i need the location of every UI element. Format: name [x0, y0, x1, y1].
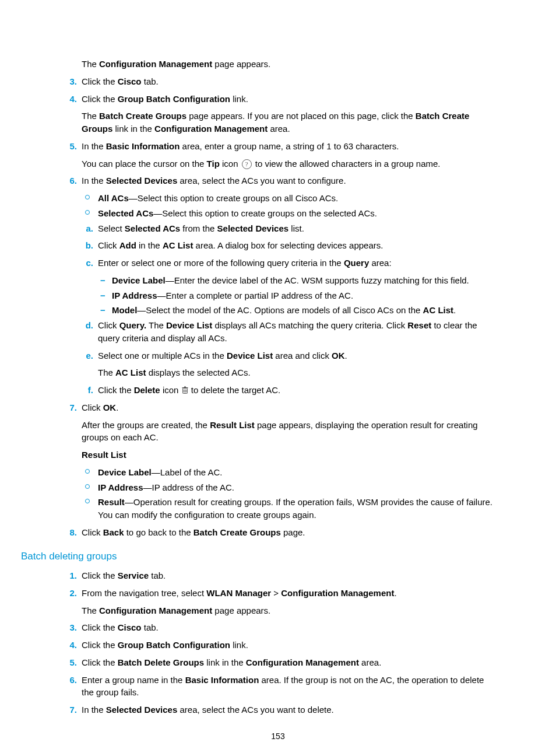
alpha-para: The AC List displays the selected ACs. — [98, 366, 493, 379]
alpha-b: b. Click Add in the AC List area. A dial… — [82, 239, 493, 252]
step-text: Click the Group Batch Configuration link… — [82, 93, 493, 106]
step-para: After the groups are created, the Result… — [82, 419, 493, 444]
continuation-text: The Configuration Management page appear… — [82, 58, 493, 71]
dash-item: −Device Label—Enter the device label of … — [98, 274, 493, 287]
dash-icon: − — [100, 304, 105, 317]
alpha-text: Click Query. The Device List displays al… — [98, 319, 493, 345]
dash-icon: − — [100, 289, 105, 302]
step-para: The Batch Create Groups page appears. If… — [82, 110, 493, 135]
alpha-d: d. Click Query. The Device List displays… — [82, 319, 493, 345]
circle-bullet-icon — [85, 484, 90, 489]
step-text: In the Basic Information area, enter a g… — [82, 140, 493, 153]
step-5: 5.Click the Batch Delete Groups link in … — [63, 656, 493, 669]
step-text: Click the Group Batch Configuration link… — [82, 639, 493, 652]
alpha-marker: f. — [82, 384, 93, 397]
page-content: The Configuration Management page appear… — [0, 0, 556, 756]
svg-rect-5 — [184, 387, 186, 388]
step-marker: 5. — [63, 140, 77, 153]
step-marker: 5. — [63, 656, 77, 669]
step-para: You can place the cursor on the Tip icon… — [82, 158, 493, 170]
dash-item: −IP Address—Enter a complete or partial … — [98, 289, 493, 302]
alpha-list: a. Select Selected ACs from the Selected… — [82, 222, 493, 397]
step-3: 3.Click the Cisco tab. — [63, 621, 493, 634]
step-3: 3. Click the Cisco tab. — [63, 75, 493, 88]
step-marker: 7. — [63, 704, 77, 716]
alpha-marker: d. — [82, 319, 93, 332]
step-text: From the navigation tree, select WLAN Ma… — [82, 587, 493, 600]
step-1: 1.Click the Service tab. — [63, 569, 493, 582]
step-4: 4. Click the Group Batch Configuration l… — [63, 93, 493, 135]
step-5: 5. In the Basic Information area, enter … — [63, 140, 493, 170]
step-marker: 4. — [63, 639, 77, 652]
dash-icon: − — [100, 274, 105, 287]
step-marker: 3. — [63, 75, 77, 88]
tip-icon: ? — [242, 159, 252, 169]
alpha-e: e. Select one or multiple ACs in the Dev… — [82, 349, 493, 380]
step-marker: 1. — [63, 569, 77, 582]
step-list-2: 1.Click the Service tab. 2. From the nav… — [63, 569, 493, 716]
step-7: 7.In the Selected Devices area, select t… — [63, 704, 493, 716]
step-marker: 6. — [63, 674, 77, 687]
section-heading-batch-deleting: Batch deleting groups — [21, 550, 493, 564]
step-6: 6.Enter a group name in the Basic Inform… — [63, 674, 493, 699]
bullet-list: All ACs—Select this option to create gro… — [82, 192, 493, 220]
step-6: 6. In the Selected Devices area, select … — [63, 174, 493, 397]
step-list-1: The Configuration Management page appear… — [63, 58, 493, 71]
step-marker: 4. — [63, 93, 77, 106]
alpha-a: a. Select Selected ACs from the Selected… — [82, 222, 493, 235]
alpha-text: Click Add in the AC List area. A dialog … — [98, 239, 493, 252]
step-text: In the Selected Devices area, select the… — [82, 174, 493, 187]
alpha-text: Enter or select one or more of the follo… — [98, 257, 493, 270]
dash-list: −Device Label—Enter the device label of … — [98, 274, 493, 317]
step-8: 8. Click Back to go back to the Batch Cr… — [63, 526, 493, 539]
page-number: 153 — [63, 730, 493, 742]
step-text: Enter a group name in the Basic Informat… — [82, 674, 493, 699]
alpha-text: Select one or multiple ACs in the Device… — [98, 349, 493, 362]
step-text: Click the Batch Delete Groups link in th… — [82, 656, 493, 669]
bullet-item: IP Address—IP address of the AC. — [82, 481, 493, 494]
circle-bullet-icon — [85, 499, 90, 503]
svg-rect-4 — [182, 387, 188, 388]
alpha-marker: e. — [82, 349, 93, 362]
alpha-marker: a. — [82, 222, 93, 235]
step-marker: 2. — [63, 587, 77, 600]
step-list-1-cont: 3. Click the Cisco tab. 4. Click the Gro… — [63, 75, 493, 539]
step-text: Click Back to go back to the Batch Creat… — [82, 526, 493, 539]
step-text: Click the Service tab. — [82, 569, 493, 582]
step-marker: 7. — [63, 401, 77, 414]
step-para: The Configuration Management page appear… — [82, 604, 493, 617]
step-4: 4.Click the Group Batch Configuration li… — [63, 639, 493, 652]
bullet-item: All ACs—Select this option to create gro… — [82, 192, 493, 205]
step-marker: 6. — [63, 174, 77, 187]
bullet-item: Result—Operation result for creating gro… — [82, 496, 493, 522]
step-text: In the Selected Devices area, select the… — [82, 704, 493, 716]
alpha-text: Select Selected ACs from the Selected De… — [98, 222, 493, 235]
step-text: Click the Cisco tab. — [82, 75, 493, 88]
circle-bullet-icon — [85, 210, 90, 215]
step-2: 2. From the navigation tree, select WLAN… — [63, 587, 493, 617]
bullet-item: Selected ACs—Select this option to creat… — [82, 207, 493, 220]
circle-bullet-icon — [85, 469, 90, 474]
subhead: Result List — [82, 449, 493, 461]
alpha-marker: c. — [82, 257, 93, 270]
step-marker: 3. — [63, 621, 77, 634]
step-marker: 8. — [63, 526, 77, 539]
step-text: Click OK. — [82, 401, 493, 414]
bullet-item: Device Label—Label of the AC. — [82, 466, 493, 479]
trash-icon — [181, 385, 189, 395]
alpha-f: f. Click the Delete icon to delete the t… — [82, 384, 493, 397]
step-7: 7. Click OK. After the groups are create… — [63, 401, 493, 522]
circle-bullet-icon — [85, 195, 90, 200]
alpha-text: Click the Delete icon to delete the targ… — [98, 384, 493, 397]
step-text: Click the Cisco tab. — [82, 621, 493, 634]
bullet-list: Device Label—Label of the AC. IP Address… — [82, 466, 493, 522]
alpha-marker: b. — [82, 239, 93, 252]
dash-item: −Model—Select the model of the AC. Optio… — [98, 304, 493, 317]
alpha-c: c. Enter or select one or more of the fo… — [82, 257, 493, 317]
